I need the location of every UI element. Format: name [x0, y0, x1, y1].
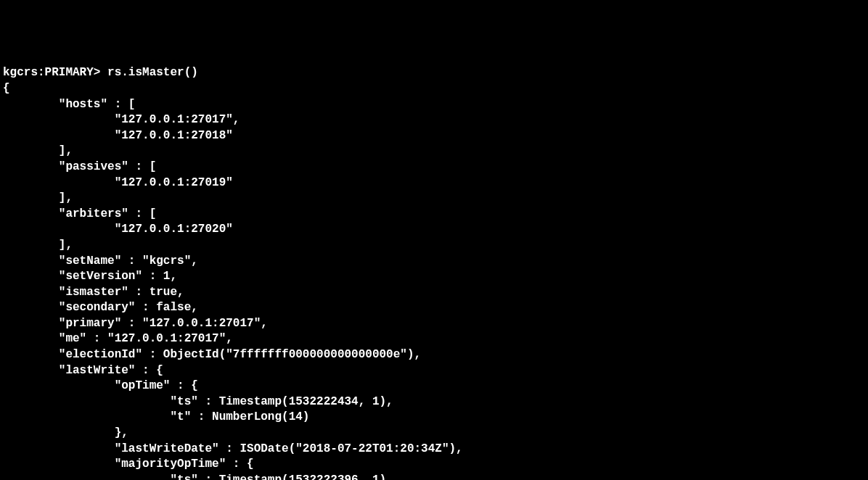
output-line: "ismaster" : true, — [3, 286, 184, 299]
output-line: { — [3, 82, 10, 95]
output-line: "ts" : Timestamp(1532222396, 1), — [3, 473, 393, 480]
output-line: "127.0.0.1:27020" — [3, 223, 233, 236]
output-line: "127.0.0.1:27018" — [3, 129, 233, 142]
output-line: ], — [3, 144, 73, 157]
output-line: "t" : NumberLong(14) — [3, 410, 309, 423]
output-line: "setName" : "kgcrs", — [3, 255, 198, 268]
output-line: "lastWriteDate" : ISODate("2018-07-22T01… — [3, 442, 463, 455]
output-line: "primary" : "127.0.0.1:27017", — [3, 317, 268, 330]
output-line: ], — [3, 191, 73, 204]
output-line: "setVersion" : 1, — [3, 270, 177, 283]
output-line: }, — [3, 426, 128, 439]
shell-prompt: kgcrs:PRIMARY> — [3, 66, 107, 79]
output-line: "opTime" : { — [3, 379, 198, 392]
output-line: "me" : "127.0.0.1:27017", — [3, 332, 233, 345]
output-line: "lastWrite" : { — [3, 364, 163, 377]
output-line: "arbiters" : [ — [3, 207, 156, 220]
output-line: "127.0.0.1:27017", — [3, 113, 239, 126]
command-text: rs.isMaster() — [107, 66, 198, 79]
output-line: "secondary" : false, — [3, 301, 198, 314]
terminal-output[interactable]: kgcrs:PRIMARY> rs.isMaster() { "hosts" :… — [3, 65, 865, 480]
output-line: "electionId" : ObjectId("7fffffff0000000… — [3, 348, 421, 361]
output-line: "majorityOpTime" : { — [3, 458, 254, 471]
output-line: ], — [3, 239, 73, 252]
output-line: "ts" : Timestamp(1532222434, 1), — [3, 395, 393, 408]
output-line: "passives" : [ — [3, 160, 156, 173]
output-line: "hosts" : [ — [3, 98, 135, 111]
output-line: "127.0.0.1:27019" — [3, 176, 233, 189]
